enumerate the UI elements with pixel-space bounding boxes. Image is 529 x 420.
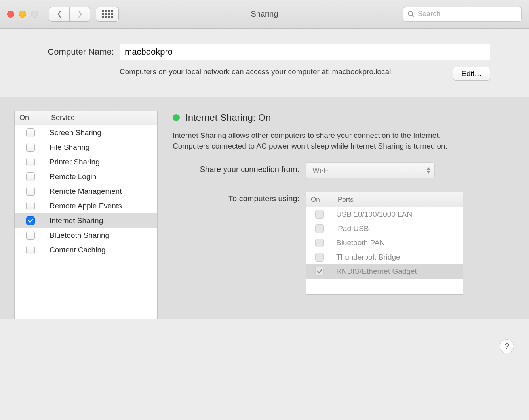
port-checkbox[interactable] — [315, 239, 324, 247]
services-table: On Service Screen SharingFile SharingPri… — [14, 111, 158, 319]
service-row[interactable]: Remote Login — [15, 169, 157, 184]
service-description: Internet Sharing allows other computers … — [173, 130, 450, 151]
port-label: Bluetooth PAN — [333, 239, 463, 247]
port-checkbox[interactable] — [315, 253, 324, 262]
select-stepper-icon — [426, 167, 430, 174]
to-computers-label: To computers using: — [173, 192, 299, 203]
help-button[interactable]: ? — [500, 339, 514, 353]
service-detail-panel: Internet Sharing: On Internet Sharing al… — [173, 111, 510, 319]
services-header: On Service — [15, 111, 157, 125]
chevron-right-icon — [77, 10, 83, 18]
service-checkbox[interactable] — [26, 231, 35, 240]
service-status-label: Internet Sharing: On — [185, 112, 271, 123]
help-icon: ? — [504, 341, 509, 351]
service-checkbox[interactable] — [26, 216, 35, 225]
forward-button[interactable] — [70, 7, 90, 22]
ports-table: On Ports USB 10/100/1000 LANiPad USBBlue… — [306, 192, 463, 295]
svg-line-1 — [412, 15, 414, 17]
ports-header-on: On — [306, 192, 333, 207]
footer: ? — [0, 319, 529, 403]
service-row[interactable]: Screen Sharing — [15, 125, 157, 140]
service-row[interactable]: File Sharing — [15, 140, 157, 155]
edit-hostname-button[interactable]: Edit… — [453, 67, 490, 81]
computer-name-label: Computer Name: — [35, 47, 114, 57]
service-label: Printer Sharing — [46, 158, 157, 166]
zoom-window-button[interactable] — [31, 11, 38, 18]
service-label: File Sharing — [46, 143, 157, 152]
titlebar: Sharing — [0, 0, 529, 29]
port-row[interactable]: Bluetooth PAN — [306, 236, 463, 250]
search-icon — [407, 11, 415, 18]
service-row[interactable]: Printer Sharing — [15, 155, 157, 169]
search-field[interactable] — [403, 7, 522, 22]
back-button[interactable] — [49, 7, 70, 22]
ports-header: On Ports — [306, 192, 463, 207]
show-all-button[interactable] — [96, 7, 119, 22]
port-label: iPad USB — [333, 224, 463, 233]
computer-name-hint: Computers on your local network can acce… — [120, 67, 445, 81]
computer-name-section: Computer Name: Computers on your local n… — [0, 29, 529, 97]
window-controls — [7, 11, 38, 18]
service-checkbox[interactable] — [26, 187, 35, 196]
service-row[interactable]: Remote Management — [15, 184, 157, 199]
share-from-value: Wi-Fi — [312, 166, 330, 175]
status-dot-icon — [173, 114, 180, 121]
service-checkbox[interactable] — [26, 202, 35, 210]
nav-back-forward — [49, 7, 90, 22]
minimize-window-button[interactable] — [19, 11, 26, 18]
service-label: Screen Sharing — [46, 128, 157, 137]
port-row[interactable]: iPad USB — [306, 221, 463, 236]
close-window-button[interactable] — [7, 11, 14, 18]
service-status: Internet Sharing: On — [173, 112, 510, 123]
port-checkbox[interactable] — [315, 210, 324, 219]
service-row[interactable]: Bluetooth Sharing — [15, 228, 157, 242]
search-input[interactable] — [418, 10, 518, 18]
service-checkbox[interactable] — [26, 128, 35, 137]
service-checkbox[interactable] — [26, 158, 35, 166]
port-checkbox[interactable] — [315, 267, 324, 276]
port-checkbox[interactable] — [315, 224, 324, 233]
svg-marker-3 — [427, 171, 430, 174]
service-label: Remote Login — [46, 172, 157, 181]
services-header-service: Service — [46, 111, 157, 125]
grid-icon — [102, 10, 113, 18]
service-checkbox[interactable] — [26, 143, 35, 152]
ports-header-ports: Ports — [333, 192, 463, 207]
svg-marker-2 — [427, 167, 430, 170]
service-label: Internet Sharing — [46, 216, 157, 225]
ports-blank-row — [306, 279, 463, 294]
service-row[interactable]: Content Caching — [15, 242, 157, 257]
share-from-label: Share your connection from: — [173, 162, 299, 174]
service-row[interactable]: Remote Apple Events — [15, 199, 157, 213]
service-row[interactable]: Internet Sharing — [15, 213, 157, 228]
chevron-left-icon — [57, 10, 62, 18]
services-header-on: On — [15, 111, 46, 125]
port-label: Thunderbolt Bridge — [333, 253, 463, 262]
service-label: Remote Management — [46, 187, 157, 196]
service-label: Bluetooth Sharing — [46, 231, 157, 240]
port-label: USB 10/100/1000 LAN — [333, 210, 463, 219]
port-row[interactable]: USB 10/100/1000 LAN — [306, 207, 463, 221]
service-label: Remote Apple Events — [46, 202, 157, 210]
sharing-config-section: On Service Screen SharingFile SharingPri… — [0, 97, 529, 319]
service-checkbox[interactable] — [26, 246, 35, 254]
computer-name-input[interactable] — [120, 44, 490, 60]
share-from-select[interactable]: Wi-Fi — [306, 162, 435, 178]
port-row[interactable]: RNDIS/Ethernet Gadget — [306, 264, 463, 279]
service-label: Content Caching — [46, 246, 157, 254]
port-row[interactable]: Thunderbolt Bridge — [306, 250, 463, 264]
port-label: RNDIS/Ethernet Gadget — [333, 267, 463, 276]
service-checkbox[interactable] — [26, 172, 35, 181]
